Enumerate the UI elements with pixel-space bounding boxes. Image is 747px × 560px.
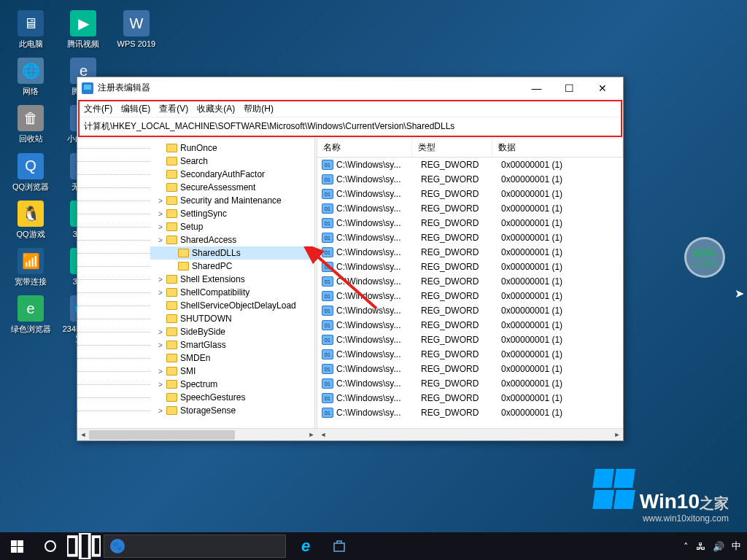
tray-ime-icon[interactable]: 中 bbox=[732, 540, 741, 553]
desktop-icon[interactable]: 🌐网络 bbox=[6, 53, 55, 101]
expand-icon[interactable]: > bbox=[156, 381, 165, 389]
col-type[interactable]: 类型 bbox=[412, 139, 492, 157]
value-data: 0x00000001 (1) bbox=[495, 364, 623, 374]
list-row[interactable]: C:\Windows\sy...REG_DWORD0x00000001 (1) bbox=[317, 376, 623, 391]
value-name: C:\Windows\sy... bbox=[336, 218, 415, 228]
tree-item[interactable]: >SmartGlass bbox=[150, 338, 314, 351]
tree-item[interactable]: SHUTDOWN bbox=[150, 312, 314, 325]
desktop-icon[interactable]: 📶宽带连接 bbox=[6, 244, 55, 291]
value-data: 0x00000001 (1) bbox=[495, 160, 623, 170]
desktop-icon[interactable]: QQQ浏览器 bbox=[6, 149, 55, 196]
expand-icon[interactable]: > bbox=[156, 341, 165, 349]
tree-item[interactable]: >SMI bbox=[150, 365, 314, 378]
list-row[interactable]: C:\Windows\sy...REG_DWORD0x00000001 (1) bbox=[317, 274, 623, 289]
list-row[interactable]: C:\Windows\sy...REG_DWORD0x00000001 (1) bbox=[317, 158, 623, 172]
list-row[interactable]: C:\Windows\sy...REG_DWORD0x00000001 (1) bbox=[317, 347, 623, 362]
tree-item[interactable]: ShellServiceObjectDelayLoad bbox=[150, 299, 314, 312]
logo-url: www.win10xitong.com bbox=[594, 513, 729, 524]
value-name: C:\Windows\sy... bbox=[336, 335, 415, 345]
tree-item[interactable]: SecureAssessment bbox=[150, 181, 314, 194]
tree-item[interactable]: >Security and Maintenance bbox=[150, 194, 314, 207]
tray-volume-icon[interactable]: 🔊 bbox=[713, 541, 724, 552]
folder-icon bbox=[166, 301, 177, 310]
desktop-icon[interactable]: 🐧QQ游戏 bbox=[6, 196, 55, 244]
menu-item[interactable]: 查看(V) bbox=[159, 103, 188, 115]
tree-item[interactable]: >Spectrum bbox=[150, 378, 314, 391]
desktop-icon[interactable]: 🖥此电脑 bbox=[6, 6, 55, 53]
list-row[interactable]: C:\Windows\sy...REG_DWORD0x00000001 (1) bbox=[317, 289, 623, 303]
system-tray[interactable]: ˄ 🖧 🔊 中 bbox=[684, 540, 747, 553]
expand-icon[interactable]: > bbox=[156, 197, 165, 205]
taskbar-ie[interactable]: e bbox=[289, 532, 322, 560]
address-bar[interactable]: 计算机\HKEY_LOCAL_MACHINE\SOFTWARE\Microsof… bbox=[80, 117, 621, 136]
menu-item[interactable]: 编辑(E) bbox=[121, 103, 150, 115]
tree-item[interactable]: SMDEn bbox=[150, 351, 314, 365]
list-row[interactable]: C:\Windows\sy...REG_DWORD0x00000001 (1) bbox=[317, 216, 623, 230]
desktop-icon[interactable]: WWPS 2019 bbox=[112, 6, 161, 53]
maximize-button[interactable]: ☐ bbox=[553, 77, 586, 99]
expand-icon[interactable]: > bbox=[156, 368, 165, 376]
value-type: REG_DWORD bbox=[415, 160, 495, 170]
list-row[interactable]: C:\Windows\sy...REG_DWORD0x00000001 (1) bbox=[317, 332, 623, 347]
list-row[interactable]: C:\Windows\sy...REG_DWORD0x00000001 (1) bbox=[317, 318, 623, 332]
expand-icon[interactable]: > bbox=[156, 407, 165, 415]
start-button[interactable] bbox=[0, 532, 34, 560]
tree-item[interactable]: Search bbox=[150, 155, 314, 168]
tree-pane[interactable]: RunOnceSearchSecondaryAuthFactorSecureAs… bbox=[77, 139, 314, 428]
list-scrollbar[interactable]: ◄► bbox=[317, 428, 623, 440]
list-body[interactable]: C:\Windows\sy...REG_DWORD0x00000001 (1)C… bbox=[317, 158, 623, 428]
desktop-icon[interactable]: 🗑回收站 bbox=[6, 101, 55, 148]
list-row[interactable]: C:\Windows\sy...REG_DWORD0x00000001 (1) bbox=[317, 187, 623, 201]
expand-icon[interactable]: > bbox=[156, 210, 165, 218]
col-data[interactable]: 数据 bbox=[492, 139, 623, 157]
tree-item[interactable]: >SettingSync bbox=[150, 207, 314, 220]
cortana-button[interactable] bbox=[34, 532, 67, 560]
taskbar-store[interactable] bbox=[322, 532, 356, 560]
tree-item[interactable]: SpeechGestures bbox=[150, 391, 314, 404]
list-row[interactable]: C:\Windows\sy...REG_DWORD0x00000001 (1) bbox=[317, 245, 623, 260]
titlebar[interactable]: 注册表编辑器 — ☐ ✕ bbox=[77, 77, 623, 99]
minimize-button[interactable]: — bbox=[520, 77, 553, 99]
desktop-icon[interactable]: e绿色浏览器 bbox=[6, 291, 55, 338]
tree-item[interactable]: >Setup bbox=[150, 220, 314, 233]
value-type: REG_DWORD bbox=[415, 189, 495, 199]
svg-rect-6 bbox=[80, 533, 90, 559]
menu-item[interactable]: 文件(F) bbox=[84, 103, 112, 115]
tree-item[interactable]: >StorageSense bbox=[150, 404, 314, 417]
expand-icon[interactable]: > bbox=[156, 236, 165, 244]
list-row[interactable]: C:\Windows\sy...REG_DWORD0x00000001 (1) bbox=[317, 230, 623, 245]
tree-item[interactable]: >SideBySide bbox=[150, 325, 314, 338]
expand-icon[interactable]: > bbox=[156, 223, 165, 231]
tree-scrollbar[interactable]: ◄► bbox=[77, 428, 317, 440]
tree-item[interactable]: >Shell Extensions bbox=[150, 273, 314, 286]
list-row[interactable]: C:\Windows\sy...REG_DWORD0x00000001 (1) bbox=[317, 260, 623, 274]
list-row[interactable]: C:\Windows\sy...REG_DWORD0x00000001 (1) bbox=[317, 362, 623, 376]
desktop-icon[interactable]: ▶腾讯视频 bbox=[58, 6, 108, 53]
tree-item[interactable]: SecondaryAuthFactor bbox=[150, 168, 314, 181]
list-row[interactable]: C:\Windows\sy...REG_DWORD0x00000001 (1) bbox=[317, 172, 623, 187]
tray-network-icon[interactable]: 🖧 bbox=[696, 541, 705, 552]
menu-item[interactable]: 帮助(H) bbox=[244, 103, 274, 115]
expand-icon[interactable]: > bbox=[156, 276, 165, 284]
search-input[interactable] bbox=[129, 541, 279, 552]
col-name[interactable]: 名称 bbox=[317, 139, 412, 157]
list-row[interactable]: C:\Windows\sy...REG_DWORD0x00000001 (1) bbox=[317, 405, 623, 420]
value-data: 0x00000001 (1) bbox=[495, 320, 623, 330]
taskbar-search[interactable]: 🐾 bbox=[104, 534, 286, 558]
expand-icon[interactable]: > bbox=[156, 289, 165, 297]
close-button[interactable]: ✕ bbox=[586, 77, 619, 99]
tree-item[interactable]: SharedDLLs bbox=[150, 246, 314, 260]
value-type: REG_DWORD bbox=[415, 335, 495, 345]
tray-up-icon[interactable]: ˄ bbox=[684, 541, 689, 552]
list-row[interactable]: C:\Windows\sy...REG_DWORD0x00000001 (1) bbox=[317, 201, 623, 216]
expand-icon[interactable]: > bbox=[156, 328, 165, 336]
tree-item[interactable]: >SharedAccess bbox=[150, 233, 314, 246]
list-row[interactable]: C:\Windows\sy...REG_DWORD0x00000001 (1) bbox=[317, 391, 623, 405]
tree-item[interactable]: RunOnce bbox=[150, 141, 314, 155]
menu-item[interactable]: 收藏夹(A) bbox=[197, 103, 235, 115]
speed-widget[interactable]: 60% ↓ 1.5K/s bbox=[684, 237, 725, 278]
tree-item[interactable]: >ShellCompatibility bbox=[150, 286, 314, 299]
taskview-button[interactable] bbox=[67, 532, 101, 560]
list-row[interactable]: C:\Windows\sy...REG_DWORD0x00000001 (1) bbox=[317, 303, 623, 318]
tree-item[interactable]: SharedPC bbox=[150, 260, 314, 273]
